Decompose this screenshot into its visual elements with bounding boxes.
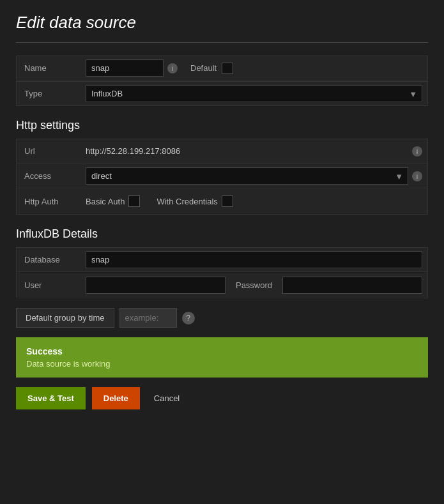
divider xyxy=(16,42,428,43)
user-label: User xyxy=(17,275,80,295)
type-row: Type InfluxDB Graphite OpenTSDB Promethe… xyxy=(16,81,428,106)
http-auth-options-area: Basic Auth With Credentials xyxy=(80,192,427,210)
influx-block: Database User Password xyxy=(16,247,428,298)
with-credentials-option: With Credentials xyxy=(157,195,233,207)
page-container: Edit data source Name i Default Type Inf… xyxy=(0,0,444,422)
page-title: Edit data source xyxy=(16,13,428,33)
access-label: Access xyxy=(17,166,80,186)
basic-auth-option: Basic Auth xyxy=(86,195,140,207)
name-input[interactable] xyxy=(86,59,164,77)
basic-auth-checkbox[interactable] xyxy=(128,195,140,207)
name-info-icon[interactable]: i xyxy=(167,63,178,73)
database-input-area xyxy=(80,248,427,271)
name-label: Name xyxy=(17,58,80,78)
access-info-icon[interactable]: i xyxy=(412,171,422,181)
group-by-time-row: Default group by time ? xyxy=(16,308,428,328)
influx-header: InfluxDB Details xyxy=(16,227,428,241)
access-row: Access direct proxy ▼ i xyxy=(17,164,427,188)
default-label: Default xyxy=(190,63,217,73)
http-auth-row: Http Auth Basic Auth With Credentials xyxy=(17,189,427,213)
database-label: Database xyxy=(17,250,80,270)
http-settings-header: Http settings xyxy=(16,119,428,132)
type-select-wrapper: InfluxDB Graphite OpenTSDB Prometheus ▼ xyxy=(86,85,422,102)
http-settings-block: Url http://52.28.199.217:8086 i Access d… xyxy=(16,139,428,215)
delete-button[interactable]: Delete xyxy=(92,387,140,409)
url-value-area: http://52.28.199.217:8086 i xyxy=(80,143,427,160)
default-checkbox[interactable] xyxy=(222,63,233,74)
database-row: Database xyxy=(17,248,427,272)
user-password-row: User Password xyxy=(17,273,427,297)
save-test-button[interactable]: Save & Test xyxy=(16,387,86,409)
success-message: Data source is working xyxy=(26,359,418,369)
name-input-area: i xyxy=(80,56,183,80)
group-by-time-button[interactable]: Default group by time xyxy=(16,308,114,328)
type-select[interactable]: InfluxDB Graphite OpenTSDB Prometheus xyxy=(86,85,422,102)
with-credentials-checkbox[interactable] xyxy=(222,195,233,207)
url-label: Url xyxy=(17,141,80,161)
influx-section: InfluxDB Details Database User Password xyxy=(16,227,428,298)
user-input[interactable] xyxy=(86,277,226,294)
success-banner: Success Data source is working xyxy=(16,337,428,378)
database-input[interactable] xyxy=(86,251,422,268)
password-input[interactable] xyxy=(282,277,422,294)
name-row: Name i Default xyxy=(16,56,428,80)
default-area: Default xyxy=(183,59,241,77)
http-auth-label: Http Auth xyxy=(17,192,80,211)
cancel-button[interactable]: Cancel xyxy=(146,387,187,409)
group-by-time-help-icon[interactable]: ? xyxy=(182,312,195,325)
with-credentials-label: With Credentials xyxy=(157,197,217,206)
url-value: http://52.28.199.217:8086 xyxy=(86,146,408,156)
type-label: Type xyxy=(17,84,80,103)
url-info-icon[interactable]: i xyxy=(412,146,422,157)
basic-auth-label: Basic Auth xyxy=(86,197,125,206)
password-label: Password xyxy=(231,280,277,290)
access-select-wrapper: direct proxy ▼ i xyxy=(86,167,422,185)
type-select-area: InfluxDB Graphite OpenTSDB Prometheus ▼ xyxy=(80,82,427,105)
group-by-time-input[interactable] xyxy=(119,308,177,328)
user-pass-area: Password xyxy=(80,273,427,297)
access-select[interactable]: direct proxy xyxy=(86,167,408,185)
success-title: Success xyxy=(26,346,418,356)
access-select-area: direct proxy ▼ i xyxy=(80,164,427,188)
action-buttons-row: Save & Test Delete Cancel xyxy=(16,387,428,409)
url-row: Url http://52.28.199.217:8086 i xyxy=(17,139,427,164)
